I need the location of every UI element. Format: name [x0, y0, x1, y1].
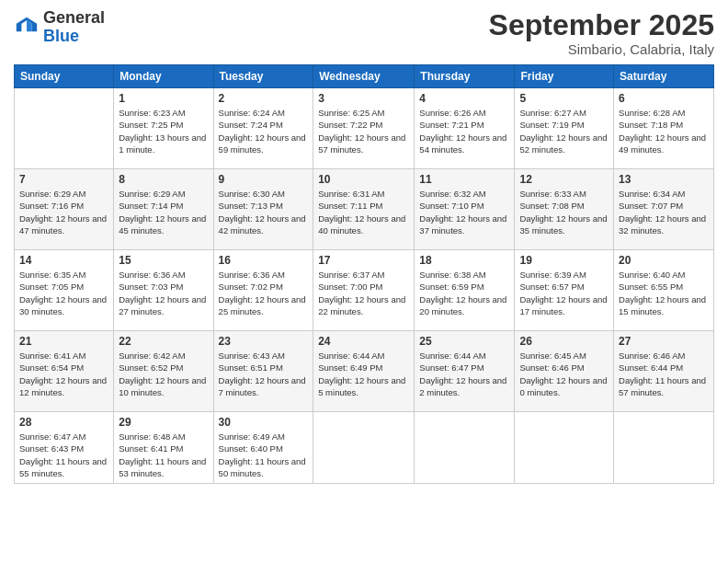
- location: Simbario, Calabria, Italy: [489, 41, 714, 57]
- calendar-week-5: 28Sunrise: 6:47 AM Sunset: 6:43 PM Dayli…: [15, 412, 714, 484]
- day-number: 9: [219, 173, 309, 186]
- calendar-cell: 27Sunrise: 6:46 AM Sunset: 6:44 PM Dayli…: [614, 331, 714, 412]
- calendar-cell: [415, 412, 515, 484]
- day-number: 4: [419, 92, 509, 105]
- calendar-cell: [614, 412, 714, 484]
- day-number: 28: [19, 416, 108, 429]
- day-info: Sunrise: 6:33 AM Sunset: 7:08 PM Dayligh…: [519, 188, 609, 236]
- calendar-week-2: 7Sunrise: 6:29 AM Sunset: 7:16 PM Daylig…: [15, 169, 714, 250]
- calendar-week-1: 1Sunrise: 6:23 AM Sunset: 7:25 PM Daylig…: [15, 88, 714, 169]
- calendar-cell: 13Sunrise: 6:34 AM Sunset: 7:07 PM Dayli…: [614, 169, 714, 250]
- day-number: 11: [419, 173, 509, 186]
- day-info: Sunrise: 6:25 AM Sunset: 7:22 PM Dayligh…: [318, 107, 409, 155]
- day-info: Sunrise: 6:23 AM Sunset: 7:25 PM Dayligh…: [119, 107, 208, 155]
- day-info: Sunrise: 6:45 AM Sunset: 6:46 PM Dayligh…: [519, 350, 609, 398]
- weekday-header-saturday: Saturday: [614, 65, 714, 88]
- day-info: Sunrise: 6:29 AM Sunset: 7:14 PM Dayligh…: [119, 188, 208, 236]
- day-info: Sunrise: 6:47 AM Sunset: 6:43 PM Dayligh…: [19, 431, 108, 479]
- day-number: 21: [19, 335, 108, 348]
- calendar-cell: 5Sunrise: 6:27 AM Sunset: 7:19 PM Daylig…: [515, 88, 614, 169]
- day-number: 26: [519, 335, 609, 348]
- day-info: Sunrise: 6:36 AM Sunset: 7:03 PM Dayligh…: [119, 269, 208, 317]
- logo-icon: [14, 15, 40, 40]
- calendar-cell: 1Sunrise: 6:23 AM Sunset: 7:25 PM Daylig…: [114, 88, 213, 169]
- day-number: 27: [619, 335, 709, 348]
- calendar-cell: 19Sunrise: 6:39 AM Sunset: 6:57 PM Dayli…: [515, 250, 614, 331]
- day-number: 12: [519, 173, 609, 186]
- day-number: 15: [119, 254, 208, 267]
- calendar-cell: 11Sunrise: 6:32 AM Sunset: 7:10 PM Dayli…: [415, 169, 515, 250]
- day-info: Sunrise: 6:44 AM Sunset: 6:47 PM Dayligh…: [419, 350, 509, 398]
- day-info: Sunrise: 6:26 AM Sunset: 7:21 PM Dayligh…: [419, 107, 509, 155]
- month-title: September 2025: [489, 9, 714, 41]
- calendar: SundayMondayTuesdayWednesdayThursdayFrid…: [14, 64, 714, 484]
- day-number: 25: [419, 335, 509, 348]
- day-number: 10: [318, 173, 409, 186]
- header: General Blue September 2025 Simbario, Ca…: [14, 9, 714, 57]
- day-info: Sunrise: 6:35 AM Sunset: 7:05 PM Dayligh…: [19, 269, 108, 317]
- calendar-cell: 21Sunrise: 6:41 AM Sunset: 6:54 PM Dayli…: [15, 331, 114, 412]
- day-info: Sunrise: 6:34 AM Sunset: 7:07 PM Dayligh…: [619, 188, 709, 236]
- day-number: 5: [519, 92, 609, 105]
- day-info: Sunrise: 6:37 AM Sunset: 7:00 PM Dayligh…: [318, 269, 409, 317]
- logo: General Blue: [14, 9, 105, 46]
- day-info: Sunrise: 6:40 AM Sunset: 6:55 PM Dayligh…: [619, 269, 709, 317]
- calendar-cell: [313, 412, 415, 484]
- day-info: Sunrise: 6:27 AM Sunset: 7:19 PM Dayligh…: [519, 107, 609, 155]
- weekday-header-monday: Monday: [114, 65, 213, 88]
- calendar-cell: 17Sunrise: 6:37 AM Sunset: 7:00 PM Dayli…: [313, 250, 415, 331]
- day-info: Sunrise: 6:41 AM Sunset: 6:54 PM Dayligh…: [19, 350, 108, 398]
- day-info: Sunrise: 6:43 AM Sunset: 6:51 PM Dayligh…: [219, 350, 309, 398]
- day-info: Sunrise: 6:29 AM Sunset: 7:16 PM Dayligh…: [19, 188, 108, 236]
- day-number: 1: [119, 92, 208, 105]
- weekday-header-sunday: Sunday: [15, 65, 114, 88]
- day-number: 2: [219, 92, 309, 105]
- day-info: Sunrise: 6:30 AM Sunset: 7:13 PM Dayligh…: [219, 188, 309, 236]
- day-info: Sunrise: 6:44 AM Sunset: 6:49 PM Dayligh…: [318, 350, 409, 398]
- day-number: 30: [219, 416, 309, 429]
- calendar-cell: 26Sunrise: 6:45 AM Sunset: 6:46 PM Dayli…: [515, 331, 614, 412]
- calendar-cell: [515, 412, 614, 484]
- calendar-week-4: 21Sunrise: 6:41 AM Sunset: 6:54 PM Dayli…: [15, 331, 714, 412]
- day-number: 24: [318, 335, 409, 348]
- day-info: Sunrise: 6:39 AM Sunset: 6:57 PM Dayligh…: [519, 269, 609, 317]
- calendar-cell: 9Sunrise: 6:30 AM Sunset: 7:13 PM Daylig…: [213, 169, 313, 250]
- day-number: 18: [419, 254, 509, 267]
- calendar-cell: 16Sunrise: 6:36 AM Sunset: 7:02 PM Dayli…: [213, 250, 313, 331]
- weekday-header-thursday: Thursday: [415, 65, 515, 88]
- day-info: Sunrise: 6:31 AM Sunset: 7:11 PM Dayligh…: [318, 188, 409, 236]
- calendar-cell: [15, 88, 114, 169]
- day-number: 23: [219, 335, 309, 348]
- calendar-cell: 6Sunrise: 6:28 AM Sunset: 7:18 PM Daylig…: [614, 88, 714, 169]
- weekday-header-wednesday: Wednesday: [313, 65, 415, 88]
- day-number: 14: [19, 254, 108, 267]
- calendar-cell: 29Sunrise: 6:48 AM Sunset: 6:41 PM Dayli…: [114, 412, 213, 484]
- day-info: Sunrise: 6:49 AM Sunset: 6:40 PM Dayligh…: [219, 431, 309, 479]
- day-number: 6: [619, 92, 709, 105]
- day-number: 29: [119, 416, 208, 429]
- day-info: Sunrise: 6:38 AM Sunset: 6:59 PM Dayligh…: [419, 269, 509, 317]
- day-info: Sunrise: 6:28 AM Sunset: 7:18 PM Dayligh…: [619, 107, 709, 155]
- day-info: Sunrise: 6:32 AM Sunset: 7:10 PM Dayligh…: [419, 188, 509, 236]
- day-info: Sunrise: 6:42 AM Sunset: 6:52 PM Dayligh…: [119, 350, 208, 398]
- day-number: 19: [519, 254, 609, 267]
- calendar-body: 1Sunrise: 6:23 AM Sunset: 7:25 PM Daylig…: [15, 88, 714, 484]
- calendar-cell: 8Sunrise: 6:29 AM Sunset: 7:14 PM Daylig…: [114, 169, 213, 250]
- day-number: 17: [318, 254, 409, 267]
- day-number: 16: [219, 254, 309, 267]
- calendar-cell: 24Sunrise: 6:44 AM Sunset: 6:49 PM Dayli…: [313, 331, 415, 412]
- calendar-week-3: 14Sunrise: 6:35 AM Sunset: 7:05 PM Dayli…: [15, 250, 714, 331]
- calendar-cell: 23Sunrise: 6:43 AM Sunset: 6:51 PM Dayli…: [213, 331, 313, 412]
- calendar-cell: 14Sunrise: 6:35 AM Sunset: 7:05 PM Dayli…: [15, 250, 114, 331]
- calendar-cell: 3Sunrise: 6:25 AM Sunset: 7:22 PM Daylig…: [313, 88, 415, 169]
- day-number: 8: [119, 173, 208, 186]
- title-block: September 2025 Simbario, Calabria, Italy: [489, 9, 714, 57]
- calendar-header: SundayMondayTuesdayWednesdayThursdayFrid…: [15, 65, 714, 88]
- calendar-cell: 18Sunrise: 6:38 AM Sunset: 6:59 PM Dayli…: [415, 250, 515, 331]
- calendar-cell: 2Sunrise: 6:24 AM Sunset: 7:24 PM Daylig…: [213, 88, 313, 169]
- calendar-cell: 15Sunrise: 6:36 AM Sunset: 7:03 PM Dayli…: [114, 250, 213, 331]
- day-info: Sunrise: 6:48 AM Sunset: 6:41 PM Dayligh…: [119, 431, 208, 479]
- day-number: 3: [318, 92, 409, 105]
- weekday-header-tuesday: Tuesday: [213, 65, 313, 88]
- day-info: Sunrise: 6:46 AM Sunset: 6:44 PM Dayligh…: [619, 350, 709, 398]
